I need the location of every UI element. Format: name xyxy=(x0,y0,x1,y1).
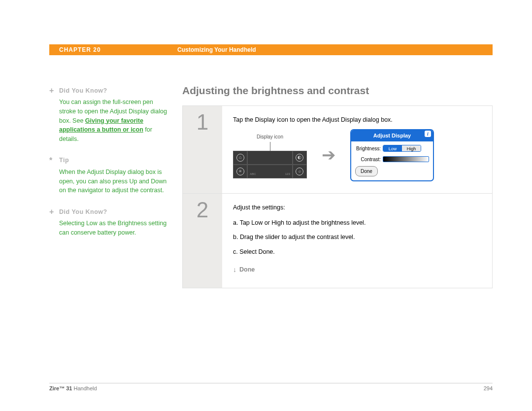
sidebar: + Did You Know? You can assign the full-… xyxy=(49,85,182,288)
chapter-number: CHAPTER 20 xyxy=(59,46,177,53)
display-icon: ◐ xyxy=(296,154,303,162)
done-marker: ↓ Done xyxy=(233,264,481,276)
info-icon[interactable]: i xyxy=(425,131,431,137)
brightness-high[interactable]: High xyxy=(402,145,421,151)
pointer-line xyxy=(270,142,270,151)
find-icon: ⌕ xyxy=(296,168,303,175)
brightness-label: Brightness: xyxy=(355,144,381,153)
display-icon-label: Display icon xyxy=(257,133,283,141)
dialog-title: Adjust Display xyxy=(373,133,411,138)
plus-icon: + xyxy=(49,85,56,97)
page-footer: Zire™ 31 Handheld 294 xyxy=(49,383,493,391)
step-2b: b. Drag the slider to adjust the contras… xyxy=(233,232,481,242)
dialog-title-bar: Adjust Display i xyxy=(351,130,433,141)
device-bar-figure: Display icon ⌂ ◐ ≡ xyxy=(233,133,307,178)
contrast-slider[interactable] xyxy=(383,156,429,162)
asterisk-icon: * xyxy=(49,155,56,167)
step-2a: a. Tap Low or High to adjust the brightn… xyxy=(233,218,481,228)
plus-icon: + xyxy=(49,206,56,218)
did-you-know-1: + Did You Know? You can assign the full-… xyxy=(49,85,167,144)
brightness-low[interactable]: Low xyxy=(383,145,402,151)
step-number: 2 xyxy=(183,194,222,288)
did-you-know-2: + Did You Know? Selecting Low as the Bri… xyxy=(49,206,167,238)
adjust-display-dialog: Adjust Display i Brightness: Low High xyxy=(350,129,434,181)
step-2: 2 Adjust the settings: a. Tap Low or Hig… xyxy=(183,193,492,288)
graffiti-labels: ABC123 xyxy=(247,165,293,178)
main-content: Adjusting the brightness and contrast 1 … xyxy=(182,85,493,288)
step-2-intro: Adjust the settings: xyxy=(233,203,481,213)
step-2c: c. Select Done. xyxy=(233,247,481,257)
sidebar-text: When the Adjust Display dialog box is op… xyxy=(59,169,166,194)
step-1-text: Tap the Display icon to open the Adjust … xyxy=(233,115,481,125)
product-name: Zire™ 31 Handheld xyxy=(49,385,97,391)
page-number: 294 xyxy=(484,385,493,391)
tip-block: * Tip When the Adjust Display dialog box… xyxy=(49,155,167,195)
sidebar-head: Did You Know? xyxy=(59,86,107,96)
handheld-input-area: ⌂ ◐ ≡ ABC123 ⌕ xyxy=(233,151,307,178)
step-1: 1 Tap the Display icon to open the Adjus… xyxy=(183,106,492,193)
menu-icon: ≡ xyxy=(236,168,244,175)
chapter-title: Customizing Your Handheld xyxy=(177,46,256,53)
step-number: 1 xyxy=(183,106,222,193)
arrow-down-icon: ↓ xyxy=(233,264,236,276)
steps-container: 1 Tap the Display icon to open the Adjus… xyxy=(182,105,493,288)
sidebar-head: Tip xyxy=(59,156,69,165)
graffiti-area xyxy=(247,151,293,165)
arrow-right-icon: ➔ xyxy=(322,141,335,170)
sidebar-text: Selecting Low as the Brightness setting … xyxy=(59,220,166,236)
done-label: Done xyxy=(239,265,255,275)
chapter-header: CHAPTER 20 Customizing Your Handheld xyxy=(49,44,493,55)
contrast-label: Contrast: xyxy=(355,155,381,164)
home-icon: ⌂ xyxy=(236,154,244,162)
sidebar-head: Did You Know? xyxy=(59,207,107,217)
dialog-done-button[interactable]: Done xyxy=(355,166,378,176)
brightness-segment[interactable]: Low High xyxy=(383,145,421,152)
section-title: Adjusting the brightness and contrast xyxy=(182,85,493,97)
step-1-figure: Display icon ⌂ ◐ ≡ xyxy=(233,129,481,181)
